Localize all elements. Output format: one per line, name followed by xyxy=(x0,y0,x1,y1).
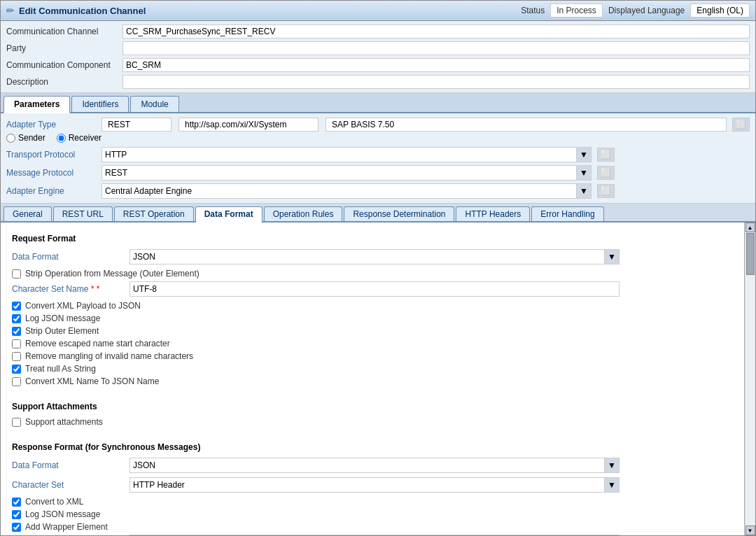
convert-xml-name-checkbox[interactable] xyxy=(12,377,21,386)
resp-data-format-arrow[interactable]: ▼ xyxy=(604,458,619,472)
strip-outer-checkbox[interactable] xyxy=(12,327,21,336)
description-input[interactable] xyxy=(122,75,750,89)
transport-protocol-label: Transport Protocol xyxy=(6,150,97,160)
scroll-down-button[interactable]: ▼ xyxy=(746,526,755,535)
sub-tab-response-determination[interactable]: Response Determination xyxy=(344,206,454,221)
resp-convert-xml-checkbox[interactable] xyxy=(12,498,21,507)
resp-charset-row: Character Set HTTP Header ▼ xyxy=(12,477,733,493)
treat-null-row: Treat null As String xyxy=(12,364,733,374)
req-data-format-arrow[interactable]: ▼ xyxy=(604,250,619,264)
adapter-engine-expand-icon[interactable]: ⬜ xyxy=(597,184,615,198)
treat-null-checkbox[interactable] xyxy=(12,365,21,374)
sender-radio-item[interactable]: Sender xyxy=(6,133,46,143)
sub-tab-data-format[interactable]: Data Format xyxy=(195,206,262,223)
status-label: Status xyxy=(521,6,545,15)
remove-mangling-label: Remove mangling of invalid name characte… xyxy=(25,351,193,361)
element-name-row: Element Name * xyxy=(12,535,733,535)
element-name-input[interactable] xyxy=(130,535,620,535)
req-data-format-select[interactable]: JSON ▼ xyxy=(130,249,620,265)
remove-escaped-row: Remove escaped name start character xyxy=(12,339,733,348)
status-value: In Process xyxy=(550,3,603,17)
support-attachments-label: Support attachments xyxy=(25,417,103,427)
tab-module[interactable]: Module xyxy=(130,96,178,112)
resp-add-wrapper-row: Add Wrapper Element xyxy=(12,522,733,532)
message-protocol-row: Message Protocol REST ▼ ⬜ xyxy=(6,164,750,182)
party-input[interactable] xyxy=(122,41,750,55)
message-protocol-value: REST xyxy=(102,167,576,179)
convert-xml-row: Convert XML Payload to JSON xyxy=(12,301,733,311)
comm-component-row: Communication Component xyxy=(6,57,750,73)
resp-charset-arrow[interactable]: ▼ xyxy=(604,478,619,492)
comm-component-input[interactable] xyxy=(122,58,750,72)
strip-outer-label: Strip Outer Element xyxy=(25,326,99,336)
comm-component-label: Communication Component xyxy=(6,60,118,70)
message-protocol-arrow[interactable]: ▼ xyxy=(576,166,591,180)
window-icon: ✏ xyxy=(6,5,15,16)
adapter-type-value: REST xyxy=(102,118,172,132)
adapter-type-row: Adapter Type REST http://sap.com/xi/XI/S… xyxy=(6,116,750,133)
adapter-version-value: SAP BASIS 7.50 xyxy=(326,118,727,132)
resp-charset-select[interactable]: HTTP Header ▼ xyxy=(130,477,620,493)
adapter-engine-value: Central Adapter Engine xyxy=(102,185,576,197)
sub-tab-rest-url[interactable]: REST URL xyxy=(53,206,113,221)
convert-xml-name-row: Convert XML Name To JSON Name xyxy=(12,376,733,386)
message-protocol-select[interactable]: REST ▼ xyxy=(102,165,592,181)
sub-tab-rest-operation[interactable]: REST Operation xyxy=(114,206,194,221)
receiver-radio-item[interactable]: Receiver xyxy=(57,133,102,143)
message-expand-icon[interactable]: ⬜ xyxy=(597,166,615,180)
resp-data-format-label: Data Format xyxy=(12,460,124,470)
resp-add-wrapper-checkbox[interactable] xyxy=(12,523,21,532)
sender-receiver-row: Sender Receiver xyxy=(6,133,750,143)
scroll-up-button[interactable]: ▲ xyxy=(746,223,755,232)
sub-tabs: General REST URL REST Operation Data For… xyxy=(1,204,755,223)
remove-escaped-label: Remove escaped name start character xyxy=(25,339,170,348)
strip-outer-row: Strip Outer Element xyxy=(12,326,733,336)
comm-channel-input[interactable] xyxy=(122,24,750,38)
transport-expand-icon[interactable]: ⬜ xyxy=(597,148,615,162)
req-data-format-value: JSON xyxy=(130,251,604,263)
convert-xml-name-label: Convert XML Name To JSON Name xyxy=(25,376,159,386)
tab-identifiers[interactable]: Identifiers xyxy=(71,96,129,112)
main-tabs: Parameters Identifiers Module xyxy=(1,93,755,113)
req-data-format-label: Data Format xyxy=(12,252,124,262)
resp-log-json-label: Log JSON message xyxy=(25,509,100,519)
transport-protocol-arrow[interactable]: ▼ xyxy=(576,148,591,162)
receiver-radio[interactable] xyxy=(57,134,66,143)
sub-tab-general[interactable]: General xyxy=(4,206,52,221)
main-content-layout: Request Format Data Format JSON ▼ Strip … xyxy=(1,223,755,535)
right-scrollbar[interactable]: ▲ ▼ xyxy=(744,223,755,535)
support-attachments-row: Support attachments xyxy=(12,417,733,427)
adapter-engine-select[interactable]: Central Adapter Engine ▼ xyxy=(102,183,592,199)
adapter-section: Adapter Type REST http://sap.com/xi/XI/S… xyxy=(1,113,755,204)
message-protocol-label: Message Protocol xyxy=(6,168,97,178)
remove-escaped-checkbox[interactable] xyxy=(12,339,21,348)
resp-data-format-value: JSON xyxy=(130,459,604,472)
scroll-thumb[interactable] xyxy=(746,233,755,275)
adapter-engine-arrow[interactable]: ▼ xyxy=(576,184,591,198)
strip-op-checkbox[interactable] xyxy=(12,269,21,278)
main-content: Request Format Data Format JSON ▼ Strip … xyxy=(1,223,744,535)
charset-label: Character Set Name * xyxy=(12,284,124,294)
tab-parameters[interactable]: Parameters xyxy=(4,96,70,113)
sub-tab-operation-rules[interactable]: Operation Rules xyxy=(264,206,343,221)
support-attachments-checkbox[interactable] xyxy=(12,418,21,427)
resp-data-format-select[interactable]: JSON ▼ xyxy=(130,458,620,473)
adapter-expand-icon[interactable]: ⬜ xyxy=(732,118,750,132)
log-json-checkbox[interactable] xyxy=(12,314,21,323)
resp-convert-xml-label: Convert to XML xyxy=(25,497,83,507)
sub-tab-error-handling[interactable]: Error Handling xyxy=(531,206,603,221)
sender-radio[interactable] xyxy=(6,134,15,143)
adapter-type-label: Adapter Type xyxy=(6,120,97,129)
resp-log-json-checkbox[interactable] xyxy=(12,510,21,519)
remove-mangling-row: Remove mangling of invalid name characte… xyxy=(12,351,733,361)
sub-tab-http-headers[interactable]: HTTP Headers xyxy=(456,206,530,221)
strip-op-row: Strip Operation from Message (Outer Elem… xyxy=(12,269,733,278)
comm-channel-label: Communication Channel xyxy=(6,27,118,36)
resp-add-wrapper-label: Add Wrapper Element xyxy=(25,522,108,532)
charset-input[interactable] xyxy=(130,281,620,297)
transport-protocol-select[interactable]: HTTP ▼ xyxy=(102,147,592,162)
convert-xml-checkbox[interactable] xyxy=(12,302,21,311)
remove-mangling-checkbox[interactable] xyxy=(12,352,21,361)
adapter-engine-label: Adapter Engine xyxy=(6,186,97,196)
log-json-row: Log JSON message xyxy=(12,313,733,323)
